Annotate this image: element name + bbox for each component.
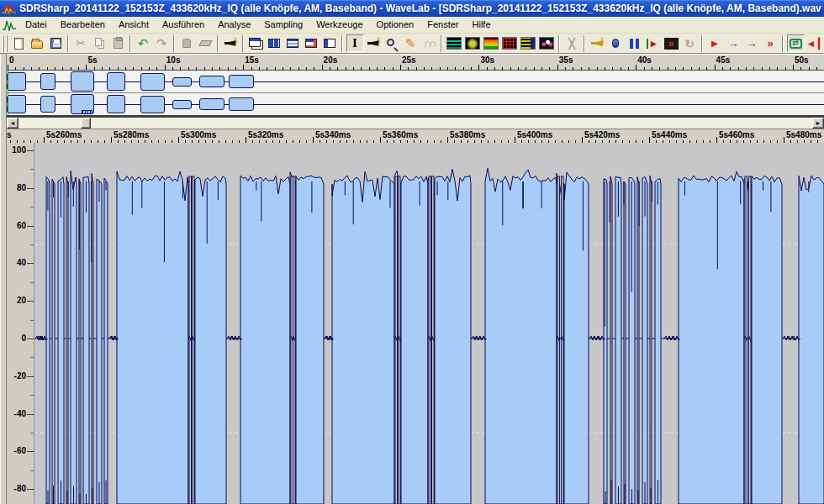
cascade-windows-button[interactable] — [247, 34, 265, 52]
overview-cursor[interactable] — [8, 71, 8, 92]
goto-start-marker-button[interactable]: ► — [706, 34, 724, 52]
menu-ansicht[interactable]: Ansicht — [112, 18, 156, 32]
goto-next-marker-button[interactable]: → — [725, 34, 742, 52]
toolbar-grip[interactable] — [6, 35, 8, 52]
overview-zero-line — [7, 81, 824, 82]
skip-markers-icon: » — [767, 38, 773, 49]
ruler-tick — [589, 67, 589, 70]
scale-minor-tick — [30, 320, 34, 321]
menu-hilfe[interactable]: Hilfe — [466, 18, 498, 32]
cut-button[interactable]: ✂ — [72, 34, 90, 52]
monitor-speaker-button[interactable] — [222, 34, 240, 52]
ruler-tick — [793, 65, 794, 70]
overview-view-indicator[interactable] — [82, 110, 92, 114]
menu-bar: DateiBearbeitenAnsichtAusführenAnalyseSa… — [0, 17, 824, 34]
ruler-label: 35s — [559, 55, 573, 65]
ibeam-select-tool-button[interactable]: I — [346, 34, 364, 52]
play-selection-button[interactable]: ► — [644, 34, 662, 52]
ruler-tick — [784, 137, 784, 143]
toolbar-grip[interactable] — [3, 35, 4, 52]
play-tool-button[interactable] — [365, 34, 383, 52]
ruler-tick — [534, 67, 535, 70]
play-button[interactable] — [589, 34, 606, 52]
level-scale[interactable]: 100806040200-20-40-60-80 — [7, 143, 34, 504]
ruler-label: 10s — [166, 55, 181, 65]
zoom-tool-button[interactable] — [383, 34, 401, 52]
ruler-tick — [71, 67, 71, 70]
stamp-button[interactable] — [178, 34, 196, 52]
ruler-label: 5s460ms — [719, 130, 754, 139]
marker-playback-icon: ◄┃ — [806, 39, 821, 49]
menu-analyse[interactable]: Analyse — [211, 18, 257, 32]
oscilloscope-button[interactable] — [538, 34, 556, 52]
toolbar-separator — [584, 35, 585, 52]
title-bar[interactable]: SDRSharp_20141122_152153Z_433620kHz_IQ (… — [0, 0, 824, 17]
pause-button[interactable] — [626, 34, 643, 52]
ruler-tick — [102, 67, 103, 70]
menu-fenster[interactable]: Fenster — [420, 18, 465, 32]
fast-forward-icon: » — [664, 38, 679, 50]
stamp-icon — [182, 39, 191, 48]
switch-window-button[interactable] — [303, 34, 320, 52]
overview-burst-blob — [7, 95, 26, 113]
toolbar-separator — [242, 35, 244, 52]
disabled-monitor-button[interactable]: ╳ — [563, 34, 581, 52]
ruler-tick — [353, 67, 354, 70]
level-meter-button[interactable] — [520, 34, 537, 52]
overview-cursor[interactable] — [8, 93, 8, 115]
menu-ausfhren[interactable]: Ausführen — [156, 18, 211, 32]
scale-label: 60 — [17, 221, 26, 230]
menu-bearbeiten[interactable]: Bearbeiten — [54, 18, 112, 32]
loop-on-button[interactable]: ⇄ — [787, 34, 805, 52]
tile-horizontal-button[interactable] — [284, 34, 302, 52]
open-file-button[interactable] — [29, 34, 46, 52]
ruler-tick — [322, 65, 323, 70]
record-button[interactable] — [607, 34, 625, 52]
tile-vertical-button[interactable] — [266, 34, 283, 52]
new-file-button[interactable] — [10, 34, 28, 52]
ruler-tick — [306, 67, 307, 70]
kicker-tool-button[interactable]: ∩∩ — [420, 34, 438, 52]
ruler-tick — [800, 67, 801, 70]
paste-button[interactable] — [109, 34, 127, 52]
waveform-view[interactable] — [34, 143, 824, 504]
ruler-tick — [816, 67, 817, 70]
scroll-left-button[interactable]: ◄ — [7, 118, 18, 129]
copy-button[interactable] — [91, 34, 108, 52]
wavelet-display-button[interactable] — [501, 34, 519, 52]
main-time-ruler[interactable]: 5s260ms5s280ms5s300ms5s320ms5s340ms5s360… — [7, 129, 824, 143]
redo-button[interactable]: ↷ — [153, 34, 171, 52]
pause-icon — [630, 39, 639, 49]
fft-meter-button[interactable] — [483, 34, 500, 52]
pencil-tool-button[interactable]: ✎ — [402, 34, 420, 52]
menu-werkzeuge[interactable]: Werkzeuge — [309, 18, 369, 32]
menu-optionen[interactable]: Optionen — [370, 18, 421, 32]
ruler-tick — [78, 67, 79, 70]
menu-datei[interactable]: Datei — [18, 18, 54, 32]
menu-sampling[interactable]: Sampling — [257, 18, 309, 32]
horizontal-scrollbar[interactable]: ◄ ► — [7, 117, 824, 129]
pan-meter-button[interactable] — [464, 34, 482, 52]
document-window-icon[interactable] — [2, 18, 17, 32]
eraser-button[interactable] — [197, 34, 214, 52]
loop-off-button[interactable]: ↻ — [681, 34, 699, 52]
ruler-tick — [652, 67, 652, 70]
overview-time-ruler[interactable]: 05s10s15s20s25s30s35s40s45s50s — [7, 54, 824, 71]
ruler-tick — [125, 67, 126, 70]
save-file-button[interactable] — [47, 34, 65, 52]
ruler-tick — [408, 67, 409, 70]
marker-playback-button[interactable]: ◄┃ — [806, 34, 823, 52]
overview-waveform-right-channel[interactable] — [7, 93, 824, 117]
scroll-right-button[interactable]: ► — [812, 118, 824, 129]
spectrum-analyser-button[interactable] — [446, 34, 463, 52]
undo-button[interactable]: ↶ — [135, 34, 152, 52]
overview-waveform-left-channel[interactable] — [7, 71, 824, 93]
goto-prev-marker-button[interactable]: → — [743, 34, 761, 52]
skip-markers-button[interactable]: » — [762, 34, 779, 52]
scale-label: 80 — [17, 183, 26, 192]
arrange-windows-button[interactable] — [321, 34, 339, 52]
fast-forward-button[interactable]: » — [663, 34, 680, 52]
ruler-tick — [628, 67, 629, 70]
scrollbar-thumb[interactable] — [81, 118, 91, 129]
app-logo-icon — [3, 3, 16, 14]
